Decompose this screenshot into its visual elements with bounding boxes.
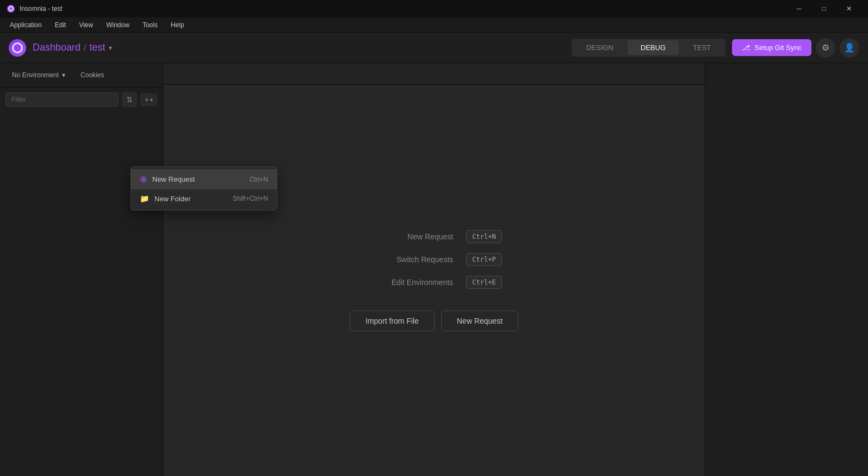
breadcrumb: Dashboard / test ▾	[33, 42, 565, 53]
menu-application[interactable]: Application	[4, 19, 47, 31]
shortcut-row-new-request: New Request Ctrl+N	[366, 230, 501, 243]
add-arrow-icon: ▾	[150, 97, 153, 103]
shortcut-edit-env-kbd: Ctrl+E	[466, 276, 501, 289]
env-arrow-icon: ▾	[62, 71, 65, 79]
breadcrumb-dashboard[interactable]: Dashboard	[33, 42, 80, 53]
settings-button[interactable]: ⚙	[816, 38, 835, 58]
shortcut-switch-kbd: Ctrl+P	[466, 253, 501, 266]
import-from-file-button[interactable]: Import from File	[350, 311, 435, 331]
main-layout: No Environment ▾ Cookies ⇅ + ▾ ⊕ New Req…	[0, 63, 868, 476]
new-request-button[interactable]: New Request	[441, 311, 518, 331]
tab-debug[interactable]: DEBUG	[628, 40, 679, 55]
header: Dashboard / test ▾ DESIGN DEBUG TEST ⎇ S…	[0, 33, 868, 63]
git-icon: ⎇	[742, 44, 750, 52]
environment-dropdown[interactable]: No Environment ▾	[7, 69, 71, 82]
shortcut-switch-label: Switch Requests	[366, 255, 453, 264]
new-folder-icon: 📁	[140, 194, 149, 203]
git-sync-button[interactable]: ⎇ Setup Git Sync	[732, 39, 811, 56]
add-icon: +	[145, 95, 149, 104]
add-dropdown-menu: ⊕ New Request Ctrl+N 📁 New Folder Shift+…	[131, 166, 277, 211]
logo-inner	[12, 42, 23, 53]
svg-point-0	[7, 5, 15, 13]
header-right: ⎇ Setup Git Sync ⚙ 👤	[732, 38, 859, 58]
right-panel	[705, 63, 868, 476]
dropdown-new-request[interactable]: ⊕ New Request Ctrl+N	[131, 169, 277, 189]
dropdown-new-folder-label: New Folder	[154, 195, 227, 203]
filter-input[interactable]	[5, 92, 119, 107]
new-request-icon: ⊕	[140, 174, 147, 184]
account-button[interactable]: 👤	[840, 38, 859, 58]
menu-help[interactable]: Help	[165, 19, 190, 31]
shortcut-row-edit-env: Edit Environments Ctrl+E	[366, 276, 501, 289]
tabs-group: DESIGN DEBUG TEST	[572, 39, 726, 57]
content-area: New Request Ctrl+N Switch Requests Ctrl+…	[163, 63, 705, 476]
menu-window[interactable]: Window	[101, 19, 135, 31]
menu-edit[interactable]: Edit	[49, 19, 72, 31]
breadcrumb-arrow-icon[interactable]: ▾	[109, 44, 112, 52]
tab-test[interactable]: TEST	[680, 40, 724, 55]
dropdown-new-folder[interactable]: 📁 New Folder Shift+Ctrl+N	[131, 189, 277, 208]
tab-design[interactable]: DESIGN	[573, 40, 627, 55]
cookies-button[interactable]: Cookies	[75, 69, 109, 82]
git-sync-label: Setup Git Sync	[754, 44, 802, 52]
menu-tools[interactable]: Tools	[137, 19, 163, 31]
action-buttons: Import from File New Request	[350, 311, 518, 331]
titlebar: Insomnia - test ─ □ ✕	[0, 0, 868, 17]
app-icon	[7, 4, 15, 13]
shortcut-new-request-kbd: Ctrl+N	[466, 230, 501, 243]
breadcrumb-separator: /	[84, 43, 86, 53]
dropdown-new-request-shortcut: Ctrl+N	[250, 176, 268, 183]
sort-button[interactable]: ⇅	[122, 92, 137, 107]
maximize-button[interactable]: □	[811, 0, 836, 17]
dropdown-new-folder-shortcut: Shift+Ctrl+N	[233, 195, 268, 202]
shortcut-row-switch-requests: Switch Requests Ctrl+P	[366, 253, 501, 266]
app-title: Insomnia - test	[20, 5, 782, 13]
shortcut-new-request-label: New Request	[366, 232, 453, 241]
sidebar-filter-bar: ⇅ + ▾	[0, 88, 163, 112]
breadcrumb-test[interactable]: test	[90, 42, 106, 53]
close-button[interactable]: ✕	[836, 0, 861, 17]
menu-view[interactable]: View	[73, 19, 98, 31]
shortcuts-section: New Request Ctrl+N Switch Requests Ctrl+…	[366, 230, 501, 289]
add-request-button[interactable]: + ▾	[140, 93, 157, 106]
content-main: New Request Ctrl+N Switch Requests Ctrl+…	[163, 85, 705, 476]
sort-icon: ⇅	[126, 95, 133, 104]
minimize-button[interactable]: ─	[786, 0, 811, 17]
sidebar: No Environment ▾ Cookies ⇅ + ▾	[0, 63, 163, 476]
window-controls: ─ □ ✕	[786, 0, 861, 17]
menubar: Application Edit View Window Tools Help	[0, 17, 868, 33]
sidebar-top: No Environment ▾ Cookies	[0, 63, 163, 88]
app-logo	[9, 39, 26, 57]
content-top-bar	[163, 63, 705, 85]
env-label: No Environment	[12, 71, 59, 79]
shortcut-edit-env-label: Edit Environments	[366, 278, 453, 287]
dropdown-new-request-label: New Request	[152, 175, 244, 183]
user-icon: 👤	[844, 42, 855, 53]
gear-icon: ⚙	[822, 42, 829, 53]
